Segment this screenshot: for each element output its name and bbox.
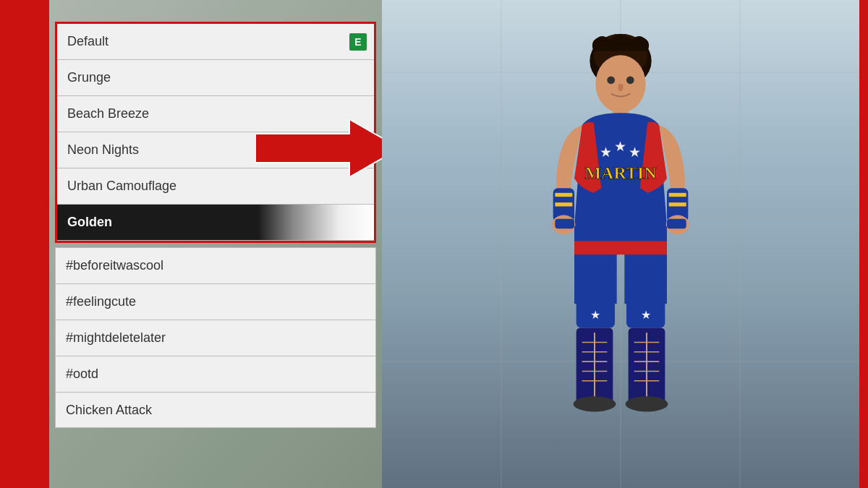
- costume-label-golden: Golden: [57, 215, 112, 230]
- costume-label-default: Default: [57, 34, 109, 49]
- costume-label-grunge: Grunge: [57, 70, 111, 85]
- red-left-bar: [0, 0, 49, 488]
- e-badge: E: [349, 33, 367, 51]
- costume-label-mightdeletelater: #mightdeletelater: [56, 330, 166, 346]
- svg-rect-21: [555, 202, 572, 206]
- costume-label-urban-camouflage: Urban Camouflage: [57, 179, 176, 194]
- wrestler-figure: MARTIN ★ ★ ★: [519, 33, 722, 438]
- svg-rect-24: [669, 192, 686, 196]
- hashtag-costume-list: #beforeitwascool #feelingcute #mightdele…: [55, 247, 376, 428]
- svg-rect-48: [555, 218, 574, 228]
- costume-item-mightdeletelater[interactable]: #mightdeletelater: [55, 320, 376, 356]
- golden-gradient-swatch: [258, 205, 374, 240]
- costume-item-chicken-attack[interactable]: Chicken Attack: [55, 392, 376, 428]
- svg-text:★: ★: [600, 145, 612, 160]
- costume-label-neon-nights: Neon Nights: [57, 142, 139, 158]
- costume-label-beach-breeze: Beach Breeze: [57, 106, 149, 121]
- costume-label-beforeitwascool: #beforeitwascool: [56, 258, 163, 273]
- svg-point-12: [607, 76, 615, 84]
- svg-text:★: ★: [614, 139, 626, 154]
- svg-rect-27: [574, 241, 667, 254]
- costume-item-feelingcute[interactable]: #feelingcute: [55, 283, 376, 320]
- costume-label-feelingcute: #feelingcute: [56, 294, 136, 309]
- costume-item-golden[interactable]: Golden: [57, 205, 374, 241]
- red-right-bar: [859, 0, 868, 488]
- costume-item-default[interactable]: Default E: [57, 24, 374, 60]
- costume-item-ootd[interactable]: #ootd: [55, 356, 376, 392]
- svg-marker-0: [255, 119, 400, 177]
- svg-text:★: ★: [629, 145, 641, 160]
- svg-rect-25: [669, 202, 686, 206]
- svg-point-46: [574, 396, 616, 411]
- costume-item-grunge[interactable]: Grunge: [57, 60, 374, 96]
- svg-rect-20: [555, 192, 572, 196]
- svg-text:★: ★: [641, 309, 651, 321]
- arrow-container: [252, 112, 404, 184]
- svg-point-47: [626, 396, 668, 411]
- svg-point-13: [626, 76, 634, 84]
- costume-label-chicken-attack: Chicken Attack: [56, 403, 152, 418]
- right-arrow-icon: [255, 119, 400, 177]
- wrestler-preview-panel: MARTIN ★ ★ ★: [382, 0, 859, 488]
- costume-item-beforeitwascool[interactable]: #beforeitwascool: [55, 247, 376, 283]
- svg-rect-49: [667, 218, 686, 228]
- costume-panel: Default E Grunge Beach Breeze Neon Night…: [49, 0, 382, 488]
- svg-text:MARTIN: MARTIN: [584, 163, 657, 181]
- svg-text:★: ★: [590, 309, 600, 321]
- main-content: Default E Grunge Beach Breeze Neon Night…: [49, 0, 859, 488]
- costume-label-ootd: #ootd: [56, 367, 98, 382]
